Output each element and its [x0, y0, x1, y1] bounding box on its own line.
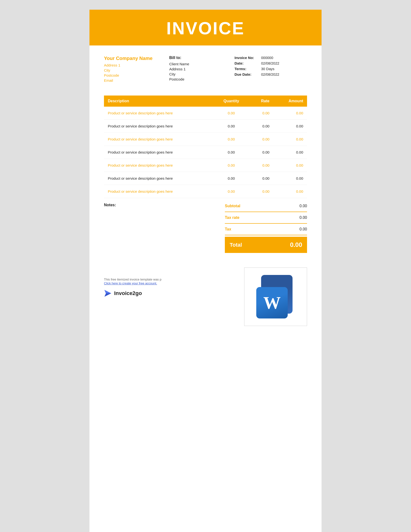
- row-rate: 0.00: [249, 146, 273, 159]
- tax-value: 0.00: [299, 227, 307, 231]
- meta-date: Date: 02/08/2022: [234, 61, 307, 65]
- table-row: Product or service description goes here…: [104, 146, 307, 159]
- meta-invoice-no: Invoice No: 000000: [234, 56, 307, 60]
- table-row: Product or service description goes here…: [104, 107, 307, 120]
- company-postcode: Postcode: [104, 73, 157, 77]
- row-amount: 0.00: [273, 146, 307, 159]
- bill-to-label: Bill to:: [169, 56, 223, 60]
- total-value: 0.00: [290, 241, 302, 249]
- row-quantity: 0.00: [214, 107, 249, 120]
- invoice-table: Description Quantity Rate Amount Product…: [104, 95, 307, 198]
- subtotal-label: Subtotal: [225, 204, 240, 208]
- invoice-page: INVOICE Your Company Name Address 1 City…: [89, 10, 322, 532]
- invoice-no-label: Invoice No:: [234, 56, 261, 60]
- bill-to-column: Bill to: Client Name Address 1 City Post…: [169, 56, 223, 83]
- table-row: Product or service description goes here…: [104, 120, 307, 133]
- row-quantity: 0.00: [214, 146, 249, 159]
- bill-city: City: [169, 72, 223, 76]
- divider-3: [225, 235, 307, 235]
- tax-row: Tax 0.00: [225, 224, 307, 235]
- terms-label: Terms:: [234, 67, 261, 71]
- invoice-header: INVOICE: [89, 10, 322, 46]
- invoice-meta-column: Invoice No: 000000 Date: 02/08/2022 Term…: [234, 56, 307, 83]
- invoice-no-value: 000000: [261, 56, 273, 60]
- total-label: Total: [230, 242, 242, 248]
- tax-label: Tax: [225, 227, 231, 231]
- footer-section: This free itemized invoice template was …: [89, 258, 322, 341]
- company-name: Your Company Name: [104, 56, 157, 61]
- meta-terms: Terms: 30 Days: [234, 67, 307, 71]
- row-rate: 0.00: [249, 159, 273, 172]
- row-description: Product or service description goes here: [104, 172, 214, 185]
- row-rate: 0.00: [249, 172, 273, 185]
- totals-column: Subtotal 0.00 Tax rate 0.00 Tax 0.00 Tot…: [225, 200, 307, 253]
- date-label: Date:: [234, 61, 261, 65]
- row-amount: 0.00: [273, 172, 307, 185]
- bottom-section: Notes: Subtotal 0.00 Tax rate 0.00 Tax 0…: [89, 200, 322, 253]
- footer-link[interactable]: Click here to create your free account.: [104, 282, 234, 285]
- notes-label: Notes:: [104, 203, 116, 207]
- bill-postcode: Postcode: [169, 77, 223, 81]
- row-description: Product or service description goes here: [104, 185, 214, 198]
- svg-marker-1: [104, 290, 111, 293]
- bill-client-name: Client Name: [169, 62, 223, 66]
- row-quantity: 0.00: [214, 120, 249, 133]
- brand-name: Invoice2go: [114, 290, 142, 296]
- tax-rate-label: Tax rate: [225, 216, 239, 220]
- word-icon-container: W: [244, 267, 307, 326]
- row-rate: 0.00: [249, 133, 273, 146]
- company-city: City: [104, 68, 157, 72]
- row-quantity: 0.00: [214, 159, 249, 172]
- row-quantity: 0.00: [214, 185, 249, 198]
- word-icon-front: W: [256, 287, 288, 318]
- due-date-value: 02/08/2022: [261, 72, 279, 76]
- col-amount: Amount: [273, 95, 307, 107]
- total-bar: Total 0.00: [225, 237, 307, 253]
- row-rate: 0.00: [249, 107, 273, 120]
- invoice-title: INVOICE: [89, 18, 322, 38]
- invoice2go-icon: [104, 289, 112, 297]
- row-quantity: 0.00: [214, 133, 249, 146]
- tax-rate-value: 0.00: [299, 216, 307, 220]
- row-amount: 0.00: [273, 185, 307, 198]
- info-section: Your Company Name Address 1 City Postcod…: [89, 46, 322, 91]
- bill-address1: Address 1: [169, 67, 223, 71]
- row-rate: 0.00: [249, 185, 273, 198]
- meta-due-date: Due Date: 02/08/2022: [234, 72, 307, 76]
- table-row: Product or service description goes here…: [104, 133, 307, 146]
- word-letter: W: [263, 294, 281, 312]
- row-description: Product or service description goes here: [104, 133, 214, 146]
- company-address1: Address 1: [104, 63, 157, 67]
- row-amount: 0.00: [273, 120, 307, 133]
- row-description: Product or service description goes here: [104, 146, 214, 159]
- footer-left: This free itemized invoice template was …: [104, 267, 234, 297]
- row-quantity: 0.00: [214, 172, 249, 185]
- table-row: Product or service description goes here…: [104, 159, 307, 172]
- invoice2go-brand: Invoice2go: [104, 289, 234, 297]
- table-header-row: Description Quantity Rate Amount: [104, 95, 307, 107]
- due-date-label: Due Date:: [234, 72, 261, 76]
- col-quantity: Quantity: [214, 95, 249, 107]
- terms-value: 30 Days: [261, 67, 274, 71]
- company-email: Email: [104, 78, 157, 83]
- col-description: Description: [104, 95, 214, 107]
- row-amount: 0.00: [273, 107, 307, 120]
- row-description: Product or service description goes here: [104, 120, 214, 133]
- row-description: Product or service description goes here: [104, 107, 214, 120]
- table-row: Product or service description goes here…: [104, 185, 307, 198]
- row-amount: 0.00: [273, 159, 307, 172]
- row-description: Product or service description goes here: [104, 159, 214, 172]
- subtotal-row: Subtotal 0.00: [225, 200, 307, 212]
- subtotal-value: 0.00: [299, 204, 307, 208]
- word-icon: W: [256, 275, 295, 318]
- row-amount: 0.00: [273, 133, 307, 146]
- row-rate: 0.00: [249, 120, 273, 133]
- table-row: Product or service description goes here…: [104, 172, 307, 185]
- date-value: 02/08/2022: [261, 61, 279, 65]
- footer-text: This free itemized invoice template was …: [104, 278, 161, 281]
- notes-column: Notes:: [104, 200, 215, 207]
- col-rate: Rate: [249, 95, 273, 107]
- invoice-table-section: Description Quantity Rate Amount Product…: [89, 95, 322, 198]
- tax-rate-row: Tax rate 0.00: [225, 212, 307, 223]
- company-column: Your Company Name Address 1 City Postcod…: [104, 56, 157, 83]
